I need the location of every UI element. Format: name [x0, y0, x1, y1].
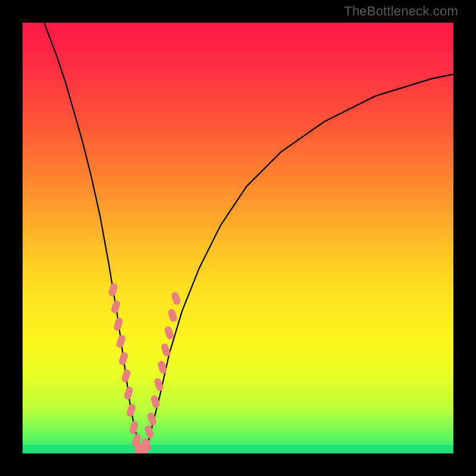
bottleneck-curve-path	[44, 23, 453, 453]
marker-group	[108, 283, 181, 453]
curve-marker	[164, 325, 174, 340]
curve-marker	[171, 291, 181, 306]
watermark-text: TheBottleneck.com	[344, 4, 458, 19]
chart-frame: TheBottleneck.com	[0, 0, 476, 476]
curve-marker	[108, 283, 118, 298]
curve-marker	[129, 420, 139, 435]
curve-marker	[126, 403, 136, 418]
curve-marker	[123, 386, 134, 400]
curve-marker	[121, 368, 131, 383]
curve-marker	[110, 299, 121, 314]
curve-marker	[113, 317, 124, 331]
curve-marker	[118, 351, 129, 366]
curve-marker	[144, 424, 155, 439]
curve-marker	[115, 334, 126, 349]
curve-marker	[167, 308, 178, 323]
curve-layer	[23, 23, 453, 453]
plot-area	[23, 23, 453, 453]
